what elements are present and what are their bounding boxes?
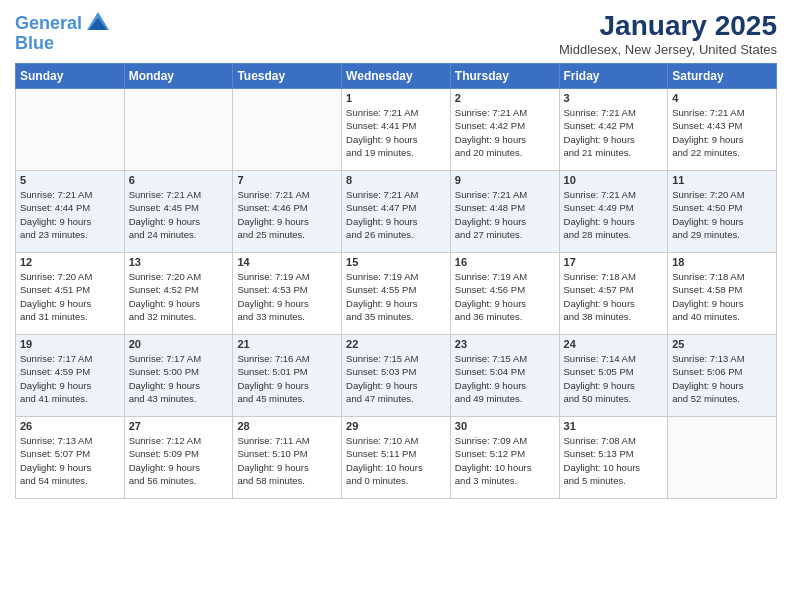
day-info: Sunrise: 7:10 AM Sunset: 5:11 PM Dayligh… bbox=[346, 434, 446, 487]
calendar-cell: 29Sunrise: 7:10 AM Sunset: 5:11 PM Dayli… bbox=[342, 417, 451, 499]
calendar-cell: 2Sunrise: 7:21 AM Sunset: 4:42 PM Daylig… bbox=[450, 89, 559, 171]
day-info: Sunrise: 7:21 AM Sunset: 4:41 PM Dayligh… bbox=[346, 106, 446, 159]
day-number: 9 bbox=[455, 174, 555, 186]
calendar-cell: 19Sunrise: 7:17 AM Sunset: 4:59 PM Dayli… bbox=[16, 335, 125, 417]
day-info: Sunrise: 7:21 AM Sunset: 4:43 PM Dayligh… bbox=[672, 106, 772, 159]
calendar-cell: 5Sunrise: 7:21 AM Sunset: 4:44 PM Daylig… bbox=[16, 171, 125, 253]
calendar-cell: 7Sunrise: 7:21 AM Sunset: 4:46 PM Daylig… bbox=[233, 171, 342, 253]
day-info: Sunrise: 7:20 AM Sunset: 4:51 PM Dayligh… bbox=[20, 270, 120, 323]
day-number: 12 bbox=[20, 256, 120, 268]
calendar-cell: 24Sunrise: 7:14 AM Sunset: 5:05 PM Dayli… bbox=[559, 335, 668, 417]
calendar-header-row: SundayMondayTuesdayWednesdayThursdayFrid… bbox=[16, 64, 777, 89]
day-info: Sunrise: 7:19 AM Sunset: 4:53 PM Dayligh… bbox=[237, 270, 337, 323]
day-info: Sunrise: 7:21 AM Sunset: 4:45 PM Dayligh… bbox=[129, 188, 229, 241]
day-number: 23 bbox=[455, 338, 555, 350]
calendar-cell: 3Sunrise: 7:21 AM Sunset: 4:42 PM Daylig… bbox=[559, 89, 668, 171]
day-info: Sunrise: 7:21 AM Sunset: 4:44 PM Dayligh… bbox=[20, 188, 120, 241]
day-number: 21 bbox=[237, 338, 337, 350]
calendar-cell: 23Sunrise: 7:15 AM Sunset: 5:04 PM Dayli… bbox=[450, 335, 559, 417]
calendar-week-1: 1Sunrise: 7:21 AM Sunset: 4:41 PM Daylig… bbox=[16, 89, 777, 171]
day-number: 16 bbox=[455, 256, 555, 268]
col-header-thursday: Thursday bbox=[450, 64, 559, 89]
day-number: 11 bbox=[672, 174, 772, 186]
day-info: Sunrise: 7:17 AM Sunset: 4:59 PM Dayligh… bbox=[20, 352, 120, 405]
calendar-cell: 6Sunrise: 7:21 AM Sunset: 4:45 PM Daylig… bbox=[124, 171, 233, 253]
day-info: Sunrise: 7:20 AM Sunset: 4:52 PM Dayligh… bbox=[129, 270, 229, 323]
col-header-tuesday: Tuesday bbox=[233, 64, 342, 89]
calendar-cell: 31Sunrise: 7:08 AM Sunset: 5:13 PM Dayli… bbox=[559, 417, 668, 499]
col-header-wednesday: Wednesday bbox=[342, 64, 451, 89]
calendar-cell: 28Sunrise: 7:11 AM Sunset: 5:10 PM Dayli… bbox=[233, 417, 342, 499]
calendar-cell: 21Sunrise: 7:16 AM Sunset: 5:01 PM Dayli… bbox=[233, 335, 342, 417]
day-number: 13 bbox=[129, 256, 229, 268]
day-number: 10 bbox=[564, 174, 664, 186]
day-number: 26 bbox=[20, 420, 120, 432]
calendar-cell: 15Sunrise: 7:19 AM Sunset: 4:55 PM Dayli… bbox=[342, 253, 451, 335]
day-info: Sunrise: 7:20 AM Sunset: 4:50 PM Dayligh… bbox=[672, 188, 772, 241]
day-number: 2 bbox=[455, 92, 555, 104]
calendar-cell bbox=[668, 417, 777, 499]
day-info: Sunrise: 7:21 AM Sunset: 4:42 PM Dayligh… bbox=[564, 106, 664, 159]
calendar-cell: 8Sunrise: 7:21 AM Sunset: 4:47 PM Daylig… bbox=[342, 171, 451, 253]
day-info: Sunrise: 7:08 AM Sunset: 5:13 PM Dayligh… bbox=[564, 434, 664, 487]
day-number: 18 bbox=[672, 256, 772, 268]
day-info: Sunrise: 7:21 AM Sunset: 4:49 PM Dayligh… bbox=[564, 188, 664, 241]
day-number: 4 bbox=[672, 92, 772, 104]
logo-icon bbox=[85, 10, 111, 36]
day-info: Sunrise: 7:15 AM Sunset: 5:04 PM Dayligh… bbox=[455, 352, 555, 405]
calendar-cell bbox=[16, 89, 125, 171]
day-info: Sunrise: 7:21 AM Sunset: 4:47 PM Dayligh… bbox=[346, 188, 446, 241]
day-number: 15 bbox=[346, 256, 446, 268]
calendar-cell: 11Sunrise: 7:20 AM Sunset: 4:50 PM Dayli… bbox=[668, 171, 777, 253]
day-number: 6 bbox=[129, 174, 229, 186]
calendar-cell: 20Sunrise: 7:17 AM Sunset: 5:00 PM Dayli… bbox=[124, 335, 233, 417]
location: Middlesex, New Jersey, United States bbox=[559, 42, 777, 57]
calendar-cell: 18Sunrise: 7:18 AM Sunset: 4:58 PM Dayli… bbox=[668, 253, 777, 335]
day-number: 19 bbox=[20, 338, 120, 350]
day-info: Sunrise: 7:13 AM Sunset: 5:07 PM Dayligh… bbox=[20, 434, 120, 487]
calendar-cell: 4Sunrise: 7:21 AM Sunset: 4:43 PM Daylig… bbox=[668, 89, 777, 171]
calendar-week-2: 5Sunrise: 7:21 AM Sunset: 4:44 PM Daylig… bbox=[16, 171, 777, 253]
day-info: Sunrise: 7:18 AM Sunset: 4:58 PM Dayligh… bbox=[672, 270, 772, 323]
col-header-saturday: Saturday bbox=[668, 64, 777, 89]
calendar-cell: 17Sunrise: 7:18 AM Sunset: 4:57 PM Dayli… bbox=[559, 253, 668, 335]
month-title: January 2025 bbox=[559, 10, 777, 42]
calendar-cell: 25Sunrise: 7:13 AM Sunset: 5:06 PM Dayli… bbox=[668, 335, 777, 417]
day-number: 30 bbox=[455, 420, 555, 432]
day-number: 14 bbox=[237, 256, 337, 268]
day-number: 29 bbox=[346, 420, 446, 432]
calendar-cell: 1Sunrise: 7:21 AM Sunset: 4:41 PM Daylig… bbox=[342, 89, 451, 171]
calendar-cell: 9Sunrise: 7:21 AM Sunset: 4:48 PM Daylig… bbox=[450, 171, 559, 253]
logo-blue: Blue bbox=[15, 34, 54, 54]
calendar-week-3: 12Sunrise: 7:20 AM Sunset: 4:51 PM Dayli… bbox=[16, 253, 777, 335]
day-number: 1 bbox=[346, 92, 446, 104]
calendar-cell: 10Sunrise: 7:21 AM Sunset: 4:49 PM Dayli… bbox=[559, 171, 668, 253]
day-info: Sunrise: 7:19 AM Sunset: 4:55 PM Dayligh… bbox=[346, 270, 446, 323]
calendar-cell: 22Sunrise: 7:15 AM Sunset: 5:03 PM Dayli… bbox=[342, 335, 451, 417]
day-number: 27 bbox=[129, 420, 229, 432]
day-number: 7 bbox=[237, 174, 337, 186]
calendar-week-5: 26Sunrise: 7:13 AM Sunset: 5:07 PM Dayli… bbox=[16, 417, 777, 499]
col-header-friday: Friday bbox=[559, 64, 668, 89]
logo-text: General bbox=[15, 14, 82, 34]
day-info: Sunrise: 7:11 AM Sunset: 5:10 PM Dayligh… bbox=[237, 434, 337, 487]
calendar-cell bbox=[233, 89, 342, 171]
page: General Blue January 2025 Middlesex, New… bbox=[0, 0, 792, 612]
day-number: 5 bbox=[20, 174, 120, 186]
day-info: Sunrise: 7:18 AM Sunset: 4:57 PM Dayligh… bbox=[564, 270, 664, 323]
calendar-cell: 26Sunrise: 7:13 AM Sunset: 5:07 PM Dayli… bbox=[16, 417, 125, 499]
day-number: 28 bbox=[237, 420, 337, 432]
calendar-cell: 27Sunrise: 7:12 AM Sunset: 5:09 PM Dayli… bbox=[124, 417, 233, 499]
day-info: Sunrise: 7:21 AM Sunset: 4:48 PM Dayligh… bbox=[455, 188, 555, 241]
day-info: Sunrise: 7:17 AM Sunset: 5:00 PM Dayligh… bbox=[129, 352, 229, 405]
day-number: 20 bbox=[129, 338, 229, 350]
calendar-week-4: 19Sunrise: 7:17 AM Sunset: 4:59 PM Dayli… bbox=[16, 335, 777, 417]
day-number: 22 bbox=[346, 338, 446, 350]
col-header-sunday: Sunday bbox=[16, 64, 125, 89]
day-number: 24 bbox=[564, 338, 664, 350]
day-number: 3 bbox=[564, 92, 664, 104]
day-number: 17 bbox=[564, 256, 664, 268]
day-info: Sunrise: 7:21 AM Sunset: 4:42 PM Dayligh… bbox=[455, 106, 555, 159]
calendar-cell: 16Sunrise: 7:19 AM Sunset: 4:56 PM Dayli… bbox=[450, 253, 559, 335]
calendar-cell: 14Sunrise: 7:19 AM Sunset: 4:53 PM Dayli… bbox=[233, 253, 342, 335]
